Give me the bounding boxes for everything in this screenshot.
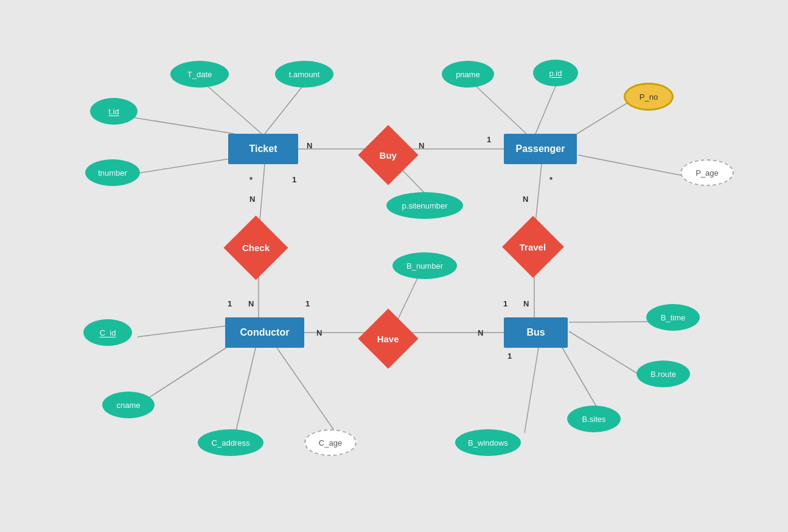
cardinality-buy-passenger-1: 1 bbox=[487, 135, 491, 144]
cardinality-buy-passenger-n: N bbox=[419, 141, 424, 150]
cardinality-ticket-check-1: 1 bbox=[292, 175, 296, 184]
cardinality-travel-bus-1: 1 bbox=[503, 299, 507, 308]
cardinality-ticket-check-star: * bbox=[249, 175, 253, 184]
cardinality-passenger-travel-n: N bbox=[523, 195, 528, 204]
cardinality-ticket-buy-n: N bbox=[307, 141, 312, 150]
attribute-p-no: P_no bbox=[624, 83, 674, 111]
attribute-tnumber: tnumber bbox=[85, 159, 140, 186]
attribute-t-amount: t.amount bbox=[275, 61, 333, 88]
attribute-b-number: B_number bbox=[392, 252, 457, 279]
svg-line-7 bbox=[535, 79, 559, 134]
cardinality-check-conductor-n2: N bbox=[248, 299, 254, 308]
attribute-c-age: C_age bbox=[304, 429, 357, 456]
svg-line-21 bbox=[569, 322, 654, 322]
svg-line-15 bbox=[138, 325, 231, 337]
svg-line-0 bbox=[201, 80, 262, 134]
entity-ticket: Ticket bbox=[228, 134, 298, 164]
entity-passenger: Passenger bbox=[504, 134, 577, 164]
attribute-c-id: C_id bbox=[83, 319, 132, 346]
er-diagram: Ticket Passenger Conductor Bus Buy Check… bbox=[0, 0, 788, 532]
svg-line-8 bbox=[572, 100, 632, 137]
cardinality-check-conductor-n: N bbox=[249, 195, 255, 204]
entity-conductor: Conductor bbox=[225, 317, 304, 348]
cardinality-conductor-have-n: N bbox=[316, 328, 322, 337]
svg-line-6 bbox=[470, 80, 526, 134]
svg-line-1 bbox=[265, 80, 307, 134]
cardinality-passenger-travel-star: * bbox=[549, 175, 553, 184]
cardinality-conductor-have-1: 1 bbox=[228, 299, 232, 308]
attribute-cname: cname bbox=[102, 392, 155, 418]
attribute-t-id: t.id bbox=[90, 98, 138, 125]
attribute-b-windows: B_windows bbox=[455, 429, 521, 456]
attribute-t-date: T_date bbox=[170, 61, 229, 88]
cardinality-have-bus-n: N bbox=[478, 328, 483, 337]
cardinality-have-bus-n1: 1 bbox=[305, 299, 310, 308]
attribute-b-sites: B.sites bbox=[567, 406, 621, 432]
cardinality-travel-bus-n: N bbox=[523, 299, 529, 308]
relationship-have: Have bbox=[358, 309, 419, 369]
attribute-b-time: B_time bbox=[646, 304, 700, 331]
entity-bus: Bus bbox=[504, 317, 568, 348]
attribute-p-id: p.id bbox=[533, 60, 578, 86]
svg-line-18 bbox=[277, 348, 336, 433]
cardinality-bus-bottom-1: 1 bbox=[507, 351, 512, 361]
svg-line-2 bbox=[121, 116, 234, 134]
attribute-b-route: B.route bbox=[636, 361, 690, 387]
attribute-c-address: C_address bbox=[198, 429, 263, 456]
svg-line-17 bbox=[235, 348, 256, 433]
relationship-check: Check bbox=[223, 215, 288, 280]
svg-line-23 bbox=[560, 344, 598, 409]
attribute-p-sitenumber: p.sitenumber bbox=[386, 192, 463, 219]
svg-line-9 bbox=[578, 155, 686, 176]
attribute-pname: pname bbox=[442, 61, 494, 88]
svg-line-22 bbox=[569, 331, 645, 378]
svg-line-24 bbox=[525, 348, 539, 433]
relationship-buy: Buy bbox=[358, 125, 419, 185]
relationship-travel: Travel bbox=[502, 216, 564, 278]
attribute-p-age: P_age bbox=[680, 159, 734, 186]
